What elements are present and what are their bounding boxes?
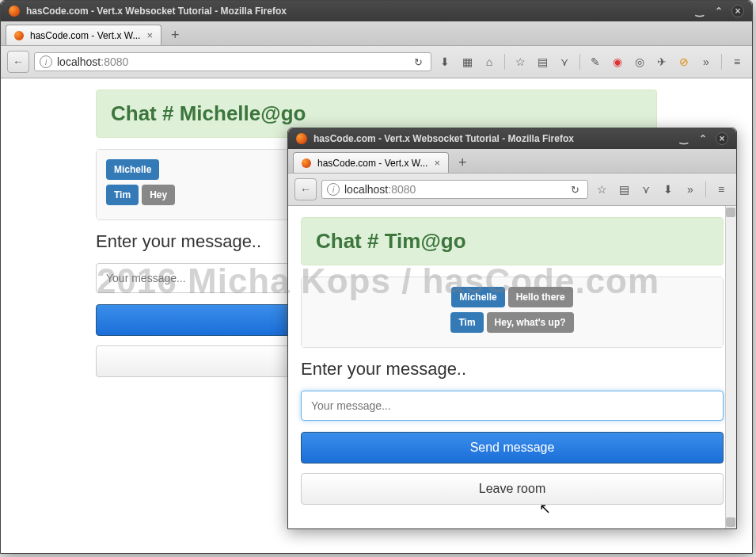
browser-tab[interactable]: hasCode.com - Vert.x W... ×: [6, 25, 161, 45]
enter-message-label: Enter your message..: [301, 359, 724, 380]
leave-button[interactable]: Leave room: [301, 473, 724, 505]
home-icon[interactable]: ⌂: [481, 53, 498, 71]
minimize-button[interactable]: ‿: [678, 132, 690, 145]
info-icon[interactable]: i: [327, 183, 340, 196]
overflow-icon[interactable]: »: [682, 181, 699, 198]
toolbar: ← i localhost:8080 ↻ ⬇ ▦ ⌂ ☆ ▤ ⋎ ✎ ◉ ◎ ✈…: [1, 46, 752, 78]
message-sender: Michelle: [106, 159, 159, 180]
maximize-button[interactable]: ⌃: [712, 5, 725, 17]
overflow-icon[interactable]: »: [697, 53, 715, 71]
back-button[interactable]: ←: [294, 178, 317, 200]
firefox-icon: [296, 133, 307, 144]
firefox-icon: [302, 158, 311, 168]
tab-label: hasCode.com - Vert.x W...: [317, 158, 427, 169]
message-row: Michelle Hello there: [451, 287, 572, 307]
bookmarks-icon[interactable]: ▤: [615, 181, 633, 198]
tab-bar: hasCode.com - Vert.x W... × +: [1, 21, 752, 46]
window-titlebar[interactable]: hasCode.com - Vert.x Websocket Tutorial …: [288, 128, 736, 149]
pocket-icon[interactable]: ⋎: [637, 181, 655, 198]
download-icon[interactable]: ⬇: [436, 53, 454, 71]
firefox-icon: [14, 31, 24, 40]
target-icon[interactable]: ◎: [631, 53, 648, 71]
reload-icon[interactable]: ↻: [411, 56, 426, 68]
bookmark-star-icon[interactable]: ☆: [511, 53, 529, 71]
send-button[interactable]: Send message: [301, 432, 724, 464]
message-sender: Michelle: [451, 287, 504, 307]
url-text: localhost:8080: [57, 55, 411, 68]
window-title: hasCode.com - Vert.x Websocket Tutorial …: [26, 6, 287, 17]
download-icon[interactable]: ⬇: [659, 181, 677, 198]
red-dot-icon[interactable]: ◉: [609, 53, 626, 71]
messages-panel: Michelle Hello there Tim Hey, what's up?: [301, 277, 724, 348]
minimize-button[interactable]: ‿: [693, 5, 706, 17]
url-bar[interactable]: i localhost:8080 ↻: [34, 52, 431, 71]
reload-icon[interactable]: ↻: [568, 184, 583, 196]
menu-icon[interactable]: ≡: [728, 53, 746, 71]
close-tab-icon[interactable]: ×: [146, 29, 153, 41]
paper-plane-icon[interactable]: ✈: [653, 53, 671, 71]
firefox-icon: [9, 6, 20, 17]
info-icon[interactable]: i: [40, 55, 52, 68]
window-title: hasCode.com - Vert.x Websocket Tutorial …: [313, 133, 574, 144]
tiles-icon[interactable]: ▦: [458, 53, 476, 71]
close-button[interactable]: ×: [716, 132, 728, 145]
scroll-up-icon[interactable]: [726, 208, 735, 217]
scroll-down-icon[interactable]: [726, 517, 735, 527]
window-titlebar[interactable]: hasCode.com - Vert.x Websocket Tutorial …: [1, 1, 752, 21]
url-bar[interactable]: i localhost:8080 ↻: [321, 180, 588, 199]
bookmarks-icon[interactable]: ▤: [534, 53, 551, 71]
url-text: localhost:8080: [344, 183, 568, 196]
tab-bar: hasCode.com - Vert.x W... × +: [288, 149, 736, 174]
tab-label: hasCode.com - Vert.x W...: [30, 30, 140, 41]
toolbar: ← i localhost:8080 ↻ ☆ ▤ ⋎ ⬇ » ≡: [288, 174, 736, 206]
back-button[interactable]: ←: [7, 51, 29, 73]
new-tab-button[interactable]: +: [165, 27, 186, 44]
close-button[interactable]: ×: [731, 5, 744, 17]
message-text: Hello there: [508, 287, 573, 307]
close-tab-icon[interactable]: ×: [434, 157, 440, 169]
new-tab-button[interactable]: +: [452, 155, 473, 171]
message-sender: Tim: [450, 312, 483, 333]
message-row: Tim Hey, what's up?: [450, 312, 573, 333]
message-input[interactable]: [301, 391, 724, 421]
block-icon[interactable]: ⊘: [675, 53, 693, 71]
message-text: Hey, what's up?: [487, 312, 574, 333]
message-sender: Tim: [106, 185, 139, 205]
bookmark-star-icon[interactable]: ☆: [593, 181, 610, 198]
browser-tab[interactable]: hasCode.com - Vert.x W... ×: [293, 152, 449, 173]
page-content: Chat # Tim@go Michelle Hello there Tim H…: [288, 206, 736, 528]
pocket-icon[interactable]: ⋎: [556, 53, 573, 71]
extension-icon[interactable]: ✎: [587, 53, 604, 71]
message-text: Hey: [142, 185, 175, 205]
browser-window-2: hasCode.com - Vert.x Websocket Tutorial …: [287, 128, 737, 529]
chat-header: Chat # Tim@go: [301, 217, 724, 265]
scrollbar[interactable]: [725, 206, 736, 528]
menu-icon[interactable]: ≡: [712, 181, 730, 198]
maximize-button[interactable]: ⌃: [697, 132, 709, 145]
